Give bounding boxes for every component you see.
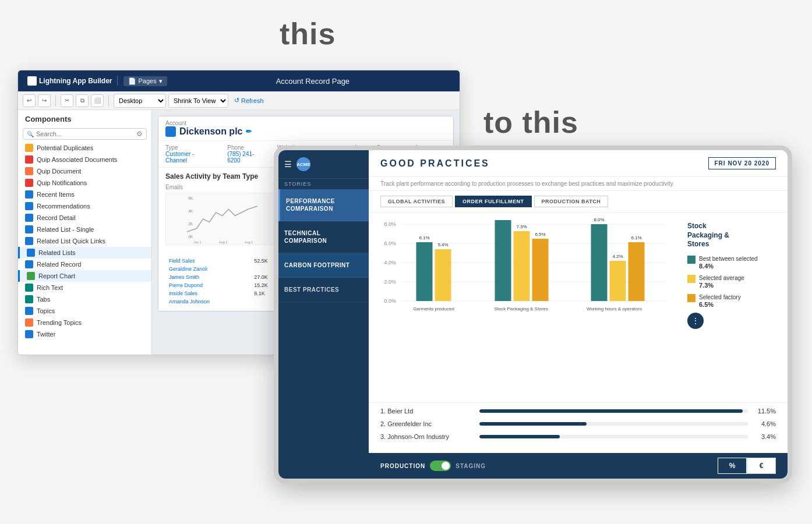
record-header: Account Dickenson plc ✏ [158,116,453,141]
copy-button[interactable]: ⧉ [76,94,89,107]
component-item[interactable]: Rich Text [18,282,151,293]
currency-euro-button[interactable]: € [747,458,776,474]
component-item[interactable]: Trending Topics [18,317,151,328]
bar-stock-yellow [514,231,530,301]
component-item[interactable]: Quip Document [18,165,151,177]
legend-item-avg: Selected average 7.3% [687,274,771,289]
pages-doc-icon: 📄 [128,77,136,85]
shrink-select[interactable]: Shrink To View [168,94,228,108]
toggle-switch[interactable] [430,461,451,471]
component-label: Topics [37,307,55,314]
ranking-bar-container-3 [479,435,748,438]
lab-topbar: Lightning App Builder 📄 Pages ▾ Account … [18,70,460,91]
component-icon [25,225,33,233]
paste-button[interactable]: ⬜ [91,94,104,107]
legend-item-best: Best between selected 8.4% [687,255,771,270]
bar-stock-teal [495,220,511,301]
lab-brand-label: Lightning App Builder [39,77,112,85]
component-icon [25,179,33,187]
ranking-value-2: 4.6% [754,420,776,427]
legend-color-factory [687,294,696,302]
dashboard-inner: ☰ ACME STORIES PERFORMANCE COMPARAISON T… [278,150,788,479]
production-toggle: PRODUCTION STAGING [380,461,486,471]
component-label: Potential Duplicates [37,144,93,151]
tab-production-batch[interactable]: PRODUCTION BATCH [534,196,609,207]
components-search[interactable]: 🔍 ⚙ [23,128,147,140]
desktop-select[interactable]: Desktop Mobile [114,94,166,108]
component-item[interactable]: Potential Duplicates [18,142,151,154]
toolbar-separator-1 [55,95,56,107]
component-label: Related Lists [38,249,76,256]
component-item[interactable]: Related List Quick Links [18,235,151,247]
component-icon [25,167,33,175]
bar-garments-yellow [435,249,451,301]
lab-brand-icon [27,76,37,86]
component-item[interactable]: Tabs [18,293,151,305]
component-item[interactable]: Twitter [18,328,151,340]
nav-item-best-practices[interactable]: BEST PRACTICES [278,278,369,302]
svg-text:8.0%: 8.0% [594,217,604,222]
search-input[interactable] [36,130,136,137]
dashboard-header: GOOD PRACTICES FRI NOV 20 2020 [369,150,788,177]
component-item[interactable]: Report Chart [18,270,151,282]
legend-text-best: Best between selected 8.4% [699,255,758,270]
dashboard-subtitle: Track plant performance according to pro… [369,177,788,191]
nav-top: ☰ ACME [278,150,369,179]
component-label: Quip Notifications [37,179,87,186]
meta-type: Type Customer - Channel [165,144,216,164]
nav-item-technical[interactable]: TECHNICAL COMPARISON [278,221,369,253]
svg-text:7.3%: 7.3% [516,224,527,229]
cut-button[interactable]: ✂ [61,94,73,107]
pages-button[interactable]: 📄 Pages ▾ [123,76,167,86]
ranking-bar-1 [479,409,743,413]
legend-item-factory: Selected factory 6.5% [687,293,771,308]
nav-item-carbon[interactable]: CARBON FOOTPRINT [278,253,369,278]
lab-brand: Lightning App Builder [23,76,118,86]
component-item[interactable]: Quip Associated Documents [18,154,151,165]
svg-text:Aug 1: Aug 1 [219,240,227,244]
lab-page-title: Account Record Page [171,77,455,86]
currency-percent-button[interactable]: % [718,458,747,474]
dashboard-tabs: GLOBAL ACTIVITIES ORDER FULFILLMENT PROD… [369,191,788,213]
svg-text:2.0%: 2.0% [384,279,397,285]
redo-button[interactable]: ↪ [38,94,51,107]
component-item[interactable]: Record Detail [18,212,151,224]
svg-text:6.1%: 6.1% [631,235,641,240]
component-item[interactable]: Related Record [18,259,151,270]
svg-text:2K: 2K [188,222,193,226]
currency-buttons: % € [718,458,776,474]
more-options-button[interactable]: ⋮ [687,313,704,329]
ranking-item-1: 1. Beier Ltd 11.5% [380,408,776,415]
nav-item-performance[interactable]: PERFORMANCE COMPARAISON [278,189,369,221]
refresh-icon: ↺ [234,97,239,104]
legend-text-factory: Selected factory 6.5% [699,293,741,308]
tab-order-fulfillment[interactable]: ORDER FULFILLMENT [455,196,532,207]
pages-label: Pages [139,77,157,84]
hamburger-icon[interactable]: ☰ [284,160,292,169]
refresh-button[interactable]: ↺ Refresh [234,97,264,104]
undo-button[interactable]: ↩ [23,94,36,107]
svg-text:Aug 1: Aug 1 [245,240,253,244]
refresh-label: Refresh [241,97,264,104]
tab-global-activities[interactable]: GLOBAL ACTIVITIES [380,196,453,207]
component-item[interactable]: Topics [18,305,151,317]
component-item[interactable]: Related List - Single [18,224,151,235]
component-label: Record Detail [37,214,76,221]
component-icon [25,260,33,268]
hero-text-this: this [280,16,336,51]
component-item[interactable]: Related Lists [18,247,151,259]
component-icon [25,307,33,315]
component-item[interactable]: Quip Notifications [18,177,151,189]
production-label: PRODUCTION [380,463,425,469]
meta-phone: Phone (785) 241-6200 [227,144,266,164]
component-icon [25,237,33,245]
ranking-name-1: 1. Beier Ltd [380,408,474,415]
bar-work-teal [591,224,608,301]
component-item[interactable]: Recent Items [18,189,151,200]
gear-icon[interactable]: ⚙ [136,130,143,138]
legend-title: StockPackaging &Stores [687,222,771,249]
bar-chart: 8.0% 6.0% 4.0% 2.0% 0.0% [380,217,673,398]
component-item[interactable]: Recommendations [18,200,151,212]
svg-text:4.0%: 4.0% [384,260,397,265]
bar-garments-teal [416,242,433,301]
